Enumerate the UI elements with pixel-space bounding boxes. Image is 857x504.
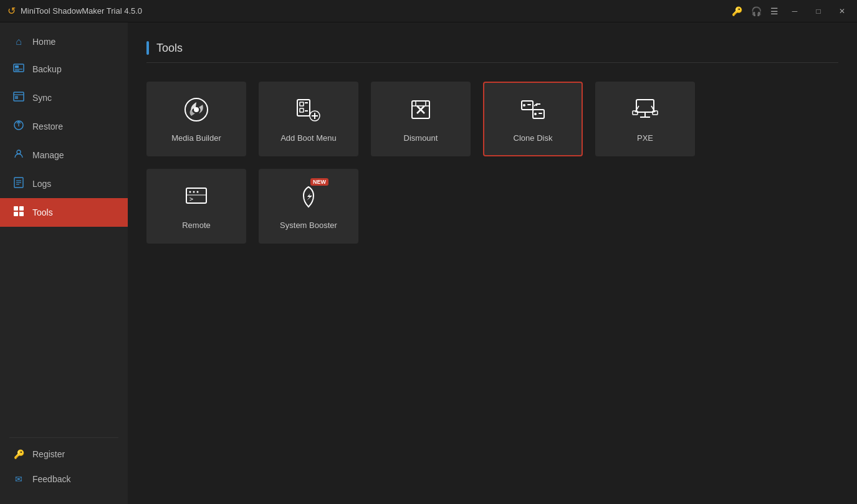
key-icon[interactable]: 🔑 (732, 6, 742, 16)
tools-row-2: >_ Remote (146, 169, 838, 244)
restore-icon (12, 120, 25, 133)
sidebar-label-restore: Restore (32, 121, 63, 131)
svg-rect-21 (300, 102, 304, 106)
new-badge-label: NEW (310, 178, 328, 186)
tool-card-clone-disk[interactable]: Clone Disk (483, 82, 583, 156)
main-content: Tools M (128, 22, 857, 504)
svg-point-33 (523, 104, 525, 107)
tool-card-pxe[interactable]: PXE (595, 82, 695, 156)
minimize-button[interactable]: ─ (787, 4, 802, 19)
tool-card-label-add-boot-menu: Add Boot Menu (280, 133, 337, 143)
home-icon: ⌂ (12, 36, 25, 47)
sidebar-item-home[interactable]: ⌂ Home (0, 29, 128, 55)
clone-disk-icon (519, 96, 547, 127)
close-button[interactable]: ✕ (835, 4, 850, 19)
tool-card-label-dismount: Dismount (404, 133, 438, 143)
svg-rect-14 (14, 206, 18, 211)
title-bar: ↺ MiniTool ShadowMaker Trial 4.5.0 🔑 🎧 ☰… (0, 0, 857, 22)
page-title-bar: Tools (146, 41, 838, 63)
system-booster-icon (295, 190, 322, 216)
sidebar-item-logs[interactable]: Logs (0, 169, 128, 198)
menu-icon[interactable]: ☰ (770, 6, 778, 16)
svg-rect-23 (305, 102, 308, 103)
tool-card-media-builder[interactable]: Media Builder (146, 82, 246, 156)
svg-rect-17 (19, 212, 24, 216)
feedback-mail-icon: ✉ (12, 474, 25, 484)
sidebar: ⌂ Home Backup Sync (0, 22, 128, 504)
tool-card-label-pxe: PXE (637, 133, 653, 143)
tool-card-label-remote: Remote (182, 221, 211, 230)
headset-icon[interactable]: 🎧 (751, 6, 762, 16)
svg-rect-15 (19, 206, 24, 211)
svg-rect-22 (300, 108, 304, 112)
sync-icon (12, 91, 25, 105)
sidebar-label-logs: Logs (32, 179, 51, 189)
svg-point-36 (534, 113, 537, 115)
sidebar-label-register: Register (32, 449, 65, 459)
title-accent (146, 41, 149, 55)
sidebar-label-tools: Tools (32, 207, 53, 217)
register-key-icon: 🔑 (12, 449, 25, 459)
tool-card-label-media-builder: Media Builder (171, 133, 221, 143)
svg-rect-16 (14, 212, 18, 216)
remote-icon: >_ (183, 183, 210, 214)
tool-card-label-system-booster: System Booster (280, 221, 337, 230)
tool-card-system-booster[interactable]: NEW System Booster (259, 169, 358, 244)
media-builder-icon (183, 96, 210, 127)
sidebar-bottom: 🔑 Register ✉ Feedback (0, 434, 128, 504)
sidebar-label-home: Home (32, 37, 55, 47)
sidebar-item-backup[interactable]: Backup (0, 55, 128, 83)
svg-rect-6 (15, 96, 18, 99)
title-bar-actions: 🔑 🎧 ☰ ─ □ ✕ (732, 4, 850, 19)
page-title: Tools (156, 42, 183, 55)
svg-point-48 (197, 191, 199, 193)
sidebar-label-sync: Sync (32, 93, 52, 103)
app-layout: ⌂ Home Backup Sync (0, 22, 857, 504)
backup-icon (12, 62, 25, 76)
sidebar-item-register[interactable]: 🔑 Register (0, 442, 128, 467)
tool-card-remote[interactable]: >_ Remote (146, 169, 246, 244)
svg-text:>_: >_ (189, 196, 198, 203)
new-badge-container: NEW (295, 183, 322, 214)
app-title: MiniTool ShadowMaker Trial 4.5.0 (21, 6, 732, 16)
sidebar-label-feedback: Feedback (32, 474, 70, 484)
sidebar-item-sync[interactable]: Sync (0, 83, 128, 112)
svg-rect-37 (539, 113, 542, 114)
logs-icon (12, 177, 25, 191)
manage-icon (12, 148, 25, 162)
tool-card-label-clone-disk: Clone Disk (514, 133, 553, 143)
tools-row-1: Media Builder (146, 82, 838, 156)
svg-rect-1 (15, 65, 19, 68)
sidebar-label-manage: Manage (32, 150, 64, 160)
tool-card-add-boot-menu[interactable]: Add Boot Menu (259, 82, 358, 156)
sidebar-item-feedback[interactable]: ✉ Feedback (0, 467, 128, 492)
svg-point-47 (193, 191, 195, 193)
sidebar-label-backup: Backup (32, 64, 62, 74)
app-logo-icon: ↺ (7, 5, 16, 17)
tool-card-dismount[interactable]: Dismount (371, 82, 471, 156)
tools-icon (12, 206, 25, 219)
add-boot-menu-icon (295, 96, 322, 127)
restore-button[interactable]: □ (811, 4, 826, 19)
svg-rect-24 (305, 110, 308, 112)
dismount-icon (407, 96, 434, 127)
sidebar-item-manage[interactable]: Manage (0, 141, 128, 169)
svg-point-9 (17, 150, 21, 154)
sidebar-item-tools[interactable]: Tools (0, 198, 128, 227)
pxe-icon (631, 96, 659, 127)
sidebar-divider (9, 437, 118, 438)
svg-point-46 (189, 191, 191, 193)
svg-rect-38 (636, 100, 654, 112)
tools-grid: Media Builder (146, 82, 838, 244)
svg-rect-34 (527, 104, 531, 105)
sidebar-item-restore[interactable]: Restore (0, 112, 128, 141)
